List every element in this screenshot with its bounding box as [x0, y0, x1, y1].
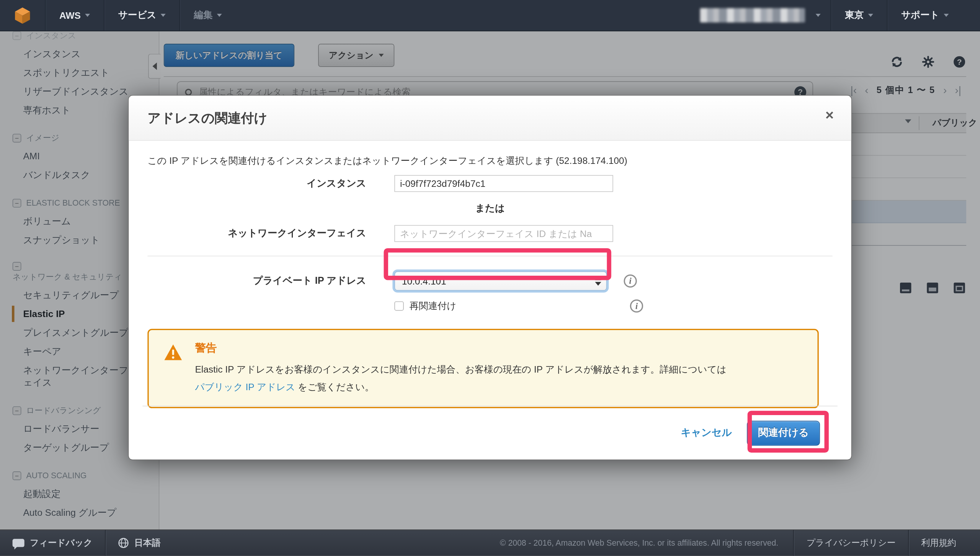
- private-ip-row: プライベート IP アドレス 10.0.4.101 i: [147, 271, 832, 291]
- reassociation-checkbox[interactable]: [394, 301, 403, 311]
- nav-menu-edit[interactable]: 編集: [180, 0, 236, 31]
- feedback-bubble-icon: [13, 539, 24, 547]
- warning-text: Elastic IP アドレスをお客様のインスタンスに関連付けた場合、お客様の現…: [195, 361, 726, 396]
- chevron-down-icon: [217, 14, 222, 17]
- chevron-down-icon: [85, 14, 90, 17]
- terms-link[interactable]: 利用規約: [909, 530, 969, 556]
- nav-menu-support[interactable]: サポート: [887, 0, 962, 31]
- nav-menu-region[interactable]: 東京: [831, 0, 887, 31]
- reassociation-row: 再関連付け i: [147, 299, 832, 312]
- warning-text-main: Elastic IP アドレスをお客様のインスタンスに関連付けた場合、お客様の現…: [195, 364, 726, 374]
- aws-cube-icon: [15, 7, 31, 24]
- feedback-button[interactable]: フィードバック: [0, 530, 105, 556]
- globe-icon: [118, 538, 129, 548]
- warning-text-after: をご覧ください。: [295, 381, 374, 392]
- terms-label: 利用規約: [921, 537, 956, 548]
- network-interface-row: ネットワークインターフェイス: [147, 225, 832, 242]
- aws-logo[interactable]: [0, 0, 45, 31]
- warning-triangle-icon: [164, 340, 183, 395]
- public-ip-address-link[interactable]: パブリック IP アドレス: [195, 381, 295, 392]
- footer-bar: フィードバック 日本語 © 2008 - 2016, Amazon Web Se…: [0, 530, 980, 556]
- network-interface-input[interactable]: [394, 225, 613, 242]
- associate-button[interactable]: 関連付ける: [747, 420, 820, 445]
- or-label: または: [147, 202, 832, 215]
- modal-header: アドレスの関連付け ×: [129, 96, 851, 141]
- instance-row: インスタンス: [147, 175, 832, 192]
- privacy-policy-link[interactable]: プライバシーポリシー: [794, 530, 908, 556]
- modal-description: この IP アドレスを関連付けるインスタンスまたはネットワークインターフェイスを…: [147, 155, 832, 167]
- nav-support-label: サポート: [901, 9, 939, 21]
- close-icon[interactable]: ×: [825, 108, 834, 123]
- modal-body: この IP アドレスを関連付けるインスタンスまたはネットワークインターフェイスを…: [129, 155, 851, 408]
- page-body: −インスタンスインスタンススポットリクエストリザーブドインスタンス専有ホスト−イ…: [0, 31, 980, 530]
- chevron-down-icon: [161, 14, 166, 17]
- account-name-masked: [700, 8, 805, 23]
- select-stepper-icon: [591, 276, 601, 286]
- reassociation-label: 再関連付け: [409, 300, 456, 312]
- nav-menu-aws[interactable]: AWS: [46, 0, 104, 31]
- top-nav-right: 東京 サポート: [686, 0, 980, 31]
- warning-content: 警告 Elastic IP アドレスをお客様のインスタンスに関連付けた場合、お客…: [195, 340, 726, 395]
- associate-address-modal: アドレスの関連付け × この IP アドレスを関連付けるインスタンスまたはネット…: [128, 95, 852, 460]
- language-label: 日本語: [134, 537, 161, 548]
- nav-region-label: 東京: [845, 9, 864, 21]
- modal-footer: キャンセル 関連付ける: [142, 406, 838, 460]
- nav-services-label: サービス: [118, 9, 157, 21]
- privacy-label: プライバシーポリシー: [807, 537, 896, 548]
- top-nav: AWS サービス 編集 東京 サポート: [0, 0, 980, 31]
- modal-title: アドレスの関連付け: [147, 109, 267, 127]
- warning-title: 警告: [195, 340, 726, 355]
- private-ip-select[interactable]: 10.0.4.101: [394, 271, 607, 291]
- nav-edit-label: 編集: [194, 9, 213, 21]
- nav-menu-services[interactable]: サービス: [105, 0, 180, 31]
- info-icon[interactable]: i: [624, 275, 637, 288]
- feedback-label: フィードバック: [30, 537, 92, 548]
- warning-box: 警告 Elastic IP アドレスをお客様のインスタンスに関連付けた場合、お客…: [147, 329, 818, 408]
- language-button[interactable]: 日本語: [106, 530, 173, 556]
- nav-aws-label: AWS: [59, 10, 81, 21]
- chevron-down-icon: [868, 14, 873, 17]
- chevron-down-icon: [816, 14, 821, 17]
- instance-input[interactable]: [394, 175, 613, 192]
- nav-menu-account[interactable]: [686, 0, 831, 31]
- info-icon[interactable]: i: [630, 299, 643, 312]
- form-divider: [147, 256, 832, 257]
- network-interface-label: ネットワークインターフェイス: [147, 227, 394, 240]
- private-ip-label: プライベート IP アドレス: [147, 275, 394, 288]
- aws-console-screen: AWS サービス 編集 東京 サポート −インスタンスインスタンススポットリクエ…: [0, 0, 980, 556]
- footer-right: © 2008 - 2016, Amazon Web Services, Inc.…: [485, 530, 980, 556]
- reassociation-checkbox-group: 再関連付け: [394, 300, 613, 312]
- top-nav-left: AWS サービス 編集: [0, 0, 236, 31]
- cancel-link[interactable]: キャンセル: [681, 426, 732, 439]
- private-ip-value: 10.0.4.101: [402, 276, 591, 286]
- instance-label: インスタンス: [147, 177, 394, 190]
- copyright-text: © 2008 - 2016, Amazon Web Services, Inc.…: [485, 538, 794, 548]
- chevron-down-icon: [944, 14, 949, 17]
